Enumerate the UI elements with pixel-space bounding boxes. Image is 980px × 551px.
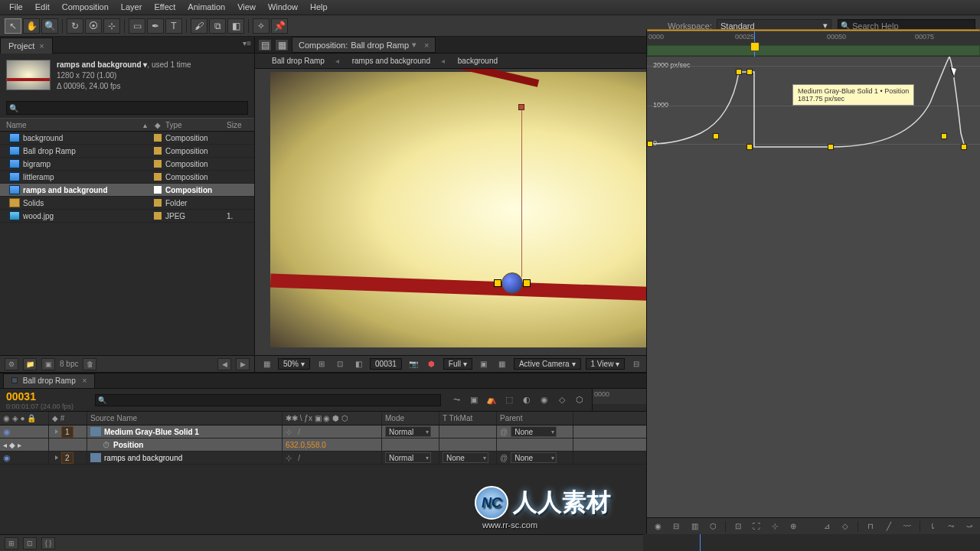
transparency-icon[interactable]: ▦ <box>495 358 509 370</box>
timeline-search-input[interactable] <box>95 394 441 406</box>
delete-icon[interactable]: 🗑 <box>83 358 96 370</box>
puppet-tool[interactable]: 📌 <box>271 18 288 34</box>
keyframe-icon[interactable] <box>746 144 753 150</box>
rotation-tool[interactable]: ↻ <box>67 18 83 34</box>
keyframe-icon[interactable] <box>746 69 753 75</box>
graph-ruler[interactable]: 0000 00025 00050 00075 <box>647 31 980 45</box>
selection-tool[interactable]: ↖ <box>5 18 21 34</box>
position-value[interactable]: 632.0,558.0 <box>283 439 382 451</box>
pan-behind-tool[interactable]: ⊹ <box>103 18 120 34</box>
keyframe-icon[interactable] <box>647 141 653 147</box>
snapshot-icon[interactable]: 📷 <box>407 358 420 370</box>
snap-icon[interactable]: ⊡ <box>730 520 746 533</box>
brush-tool[interactable]: 🖌 <box>191 18 207 34</box>
pickwhip-icon[interactable]: @ <box>500 428 508 436</box>
breadcrumb-item[interactable]: background <box>458 57 498 65</box>
show-graph-icon[interactable]: ⬡ <box>705 520 720 533</box>
pixel-aspect-icon[interactable]: ⊟ <box>629 358 643 370</box>
label-swatch[interactable] <box>150 212 165 220</box>
camera-select[interactable]: Active Camera ▾ <box>514 358 581 370</box>
graph-editor[interactable]: 0000 00025 00050 00075 2000 px/sec 1000 … <box>646 29 980 534</box>
stopwatch-icon[interactable]: ⏱ <box>103 441 110 449</box>
motion-blur-icon[interactable]: ◐ <box>519 393 534 407</box>
visibility-icon[interactable]: ◉ <box>3 427 11 437</box>
roto-tool[interactable]: ✧ <box>253 18 270 34</box>
hold-icon[interactable]: ⊓ <box>863 520 878 533</box>
type-tool[interactable]: T <box>165 18 182 34</box>
easy-ease-icon[interactable]: ⤳ <box>943 520 959 533</box>
auto-zoom-icon[interactable]: ⛶ <box>749 520 764 533</box>
project-item[interactable]: bigramp Composition <box>0 158 254 171</box>
eraser-tool[interactable]: ◧ <box>227 18 244 34</box>
toggle-in-out-icon[interactable]: { } <box>41 537 55 549</box>
parent-column[interactable]: Parent <box>497 412 573 425</box>
shape-tool[interactable]: ▭ <box>129 18 145 34</box>
layer-switches[interactable]: ⊹ / <box>283 425 382 438</box>
edit-keyframe-icon[interactable]: ◇ <box>838 520 853 533</box>
project-item[interactable]: Solids Folder <box>0 197 254 210</box>
auto-keyframe-icon[interactable]: ◇ <box>554 393 570 407</box>
col-type[interactable]: Type <box>165 119 227 131</box>
trkmat-column[interactable]: T TrkMat <box>439 412 497 425</box>
linear-icon[interactable]: ╱ <box>881 520 897 533</box>
project-item[interactable]: littleramp Composition <box>0 171 254 184</box>
expand-icon[interactable] <box>55 429 58 434</box>
trkmat-select[interactable]: None <box>443 452 488 463</box>
show-props-icon[interactable]: ⊟ <box>668 520 684 533</box>
fit-all-icon[interactable]: ⊕ <box>786 520 801 533</box>
clone-tool[interactable]: ⧉ <box>209 18 226 34</box>
pickwhip-icon[interactable]: @ <box>500 454 508 462</box>
views-select[interactable]: 1 View ▾ <box>586 358 626 370</box>
show-animated-icon[interactable]: ▥ <box>687 520 702 533</box>
label-swatch[interactable] <box>150 147 165 155</box>
toggle-modes-icon[interactable]: ⊡ <box>23 537 37 549</box>
pen-tool[interactable]: ✒ <box>147 18 164 34</box>
timeline-tab[interactable]: Ball drop Ramp × <box>3 373 95 388</box>
guides-icon[interactable]: ⊡ <box>333 358 347 370</box>
menu-animation[interactable]: Animation <box>181 0 231 15</box>
project-item[interactable]: wood.jpg JPEG 1. <box>0 210 254 223</box>
comp-mini-flowchart-icon[interactable]: ⤳ <box>449 393 464 407</box>
layer-duration-bar[interactable] <box>647 45 980 56</box>
camera-tool[interactable]: ⦿ <box>85 18 102 34</box>
project-tab[interactable]: Project× <box>0 37 53 54</box>
menu-edit[interactable]: Edit <box>29 0 56 15</box>
keyframe-icon[interactable] <box>941 133 947 139</box>
breadcrumb-item[interactable]: ramps and background <box>352 57 430 65</box>
close-icon[interactable]: × <box>424 41 429 50</box>
selection-handles[interactable] <box>497 268 528 298</box>
prev-icon[interactable]: ◀ <box>217 358 231 370</box>
close-icon[interactable]: × <box>82 377 87 385</box>
separate-dims-icon[interactable]: ⊿ <box>819 520 835 533</box>
new-comp-icon[interactable]: ▣ <box>41 358 55 370</box>
new-folder-icon[interactable]: 📁 <box>23 358 37 370</box>
expand-icon[interactable] <box>55 455 58 460</box>
zoom-tool[interactable]: 🔍 <box>41 18 58 34</box>
menu-layer[interactable]: Layer <box>115 0 149 15</box>
project-search-input[interactable] <box>6 101 248 115</box>
source-name-column[interactable]: Source Name <box>87 412 283 425</box>
blend-mode-select[interactable]: Normal <box>385 426 431 437</box>
menu-file[interactable]: File <box>3 0 29 15</box>
brainstorm-icon[interactable]: ◉ <box>537 393 552 407</box>
toggle-alpha-icon[interactable]: ▦ <box>260 358 273 370</box>
panel-menu-icon[interactable]: ▾≡ <box>243 39 251 47</box>
menu-composition[interactable]: Composition <box>56 0 115 15</box>
easy-ease-in-icon[interactable]: ⤹ <box>925 520 940 533</box>
project-item[interactable]: Ball drop Ramp Composition <box>0 145 254 158</box>
easy-ease-out-icon[interactable]: ⤻ <box>962 520 977 533</box>
show-channel-icon[interactable]: ⬢ <box>425 358 439 370</box>
menu-help[interactable]: Help <box>304 0 334 15</box>
parent-select[interactable]: None <box>511 426 557 437</box>
current-time[interactable]: 00031 <box>370 358 402 370</box>
comp-nav-icon[interactable]: ▦ <box>275 39 289 51</box>
draft-3d-icon[interactable]: ▣ <box>466 393 482 407</box>
bpc-button[interactable]: 8 bpc <box>60 360 78 368</box>
project-item[interactable]: background Composition <box>0 132 254 145</box>
label-swatch[interactable] <box>150 186 165 194</box>
label-swatch[interactable] <box>150 173 165 181</box>
label-swatch[interactable] <box>150 160 165 168</box>
close-icon[interactable]: × <box>39 41 44 51</box>
menu-window[interactable]: Window <box>262 0 304 15</box>
composition-tab[interactable]: Composition: Ball drop Ramp ▾ × <box>292 37 436 53</box>
